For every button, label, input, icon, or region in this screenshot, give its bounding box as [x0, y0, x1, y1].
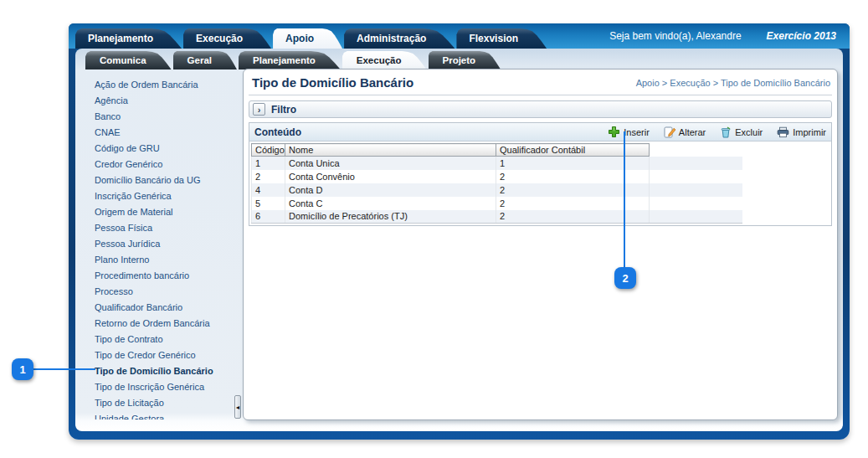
- cell-nome: Domicílio de Precatórios (TJ): [285, 210, 496, 224]
- sidebar-item[interactable]: Unidade Gestora: [75, 411, 243, 419]
- printer-icon: [777, 126, 789, 138]
- main-tab[interactable]: Flexvision: [456, 28, 547, 49]
- column-header-codigo[interactable]: Código: [252, 144, 285, 157]
- delete-button[interactable]: Excluir: [720, 126, 763, 138]
- top-navigation-bar: Planejamento Execução Apoio Administraçã…: [69, 23, 850, 49]
- sidebar-menu: Ação de Ordem Bancária Agência Banco CNA…: [75, 70, 243, 419]
- sidebar-item[interactable]: Tipo de Licitação: [75, 395, 243, 411]
- cell-empty: [650, 197, 742, 210]
- cell-empty: [650, 157, 742, 170]
- sidebar-item[interactable]: Banco: [75, 109, 243, 125]
- sidebar-item[interactable]: Pessoa Física: [75, 220, 243, 236]
- cell-nome: Conta C: [285, 197, 496, 210]
- table-row[interactable]: 6 Domicílio de Precatórios (TJ) 2: [252, 210, 742, 224]
- application-window: Planejamento Execução Apoio Administraçã…: [69, 23, 850, 440]
- workspace: Comunica Geral Planejamento Execução Pro…: [75, 49, 843, 431]
- column-header-nome[interactable]: Nome: [285, 144, 496, 157]
- sidebar-item-list: Ação de Ordem Bancária Agência Banco CNA…: [75, 77, 243, 419]
- trash-icon: [720, 126, 732, 138]
- cell-nome: Conta D: [285, 183, 496, 197]
- sub-tab[interactable]: Projeto: [429, 51, 501, 69]
- sub-tab-bar: Comunica Geral Planejamento Execução Pro…: [85, 51, 502, 69]
- cell-qualificador: 1: [496, 157, 650, 170]
- sidebar-item[interactable]: Tipo de Inscrição Genérica: [75, 379, 243, 395]
- main-tab[interactable]: Apoio: [273, 28, 342, 49]
- table-row[interactable]: 5 Conta C 2: [252, 197, 742, 210]
- table-row[interactable]: 2 Conta Convênio 2: [252, 170, 742, 183]
- cell-codigo: 4: [252, 183, 285, 197]
- main-tab[interactable]: Planejamento: [75, 28, 182, 49]
- cell-empty: [650, 170, 742, 183]
- session-info: Seja bem vindo(a), Alexandre Exercício 2…: [609, 30, 836, 42]
- sidebar-collapse-handle[interactable]: ◄: [234, 395, 241, 419]
- table-header-row: Código Nome Qualificador Contábil: [252, 144, 742, 157]
- record-toolbar: Inserir Alterar: [608, 126, 826, 138]
- main-tab[interactable]: Execução: [183, 28, 271, 49]
- sidebar-item[interactable]: Origem de Material: [75, 204, 243, 220]
- sidebar-item[interactable]: Pessoa Jurídica: [75, 236, 243, 252]
- sidebar-item[interactable]: Procedimento bancário: [75, 268, 243, 284]
- insert-button-label: Inserir: [624, 127, 650, 137]
- main-tab-bar: Planejamento Execução Apoio Administraçã…: [75, 28, 548, 49]
- cell-nome: Conta Convênio: [285, 170, 496, 183]
- callout-2-line: [624, 131, 625, 268]
- edit-button[interactable]: Alterar: [664, 126, 706, 138]
- breadcrumb: Apoio > Execução > Tipo de Domicílio Ban…: [636, 78, 830, 90]
- cell-empty: [650, 183, 742, 197]
- cell-codigo: 2: [252, 170, 285, 183]
- plus-icon: [608, 126, 620, 138]
- main-tab[interactable]: Administração: [344, 28, 455, 49]
- page-header: Tipo de Domicílio Bancário Apoio > Execu…: [249, 69, 832, 95]
- cell-empty: [650, 210, 742, 224]
- cell-codigo: 6: [252, 210, 285, 224]
- content-section-header: Conteúdo Inserir: [249, 123, 831, 142]
- edit-button-label: Alterar: [679, 127, 706, 137]
- sidebar-item[interactable]: Plano Interno: [75, 252, 243, 268]
- page-title: Tipo de Domicílio Bancário: [252, 75, 413, 90]
- sidebar-item[interactable]: Processo: [75, 284, 243, 300]
- sidebar-item[interactable]: Tipo de Contrato: [75, 332, 243, 347]
- sidebar-item[interactable]: Domicílio Bancário da UG: [75, 172, 243, 188]
- sidebar-item[interactable]: Qualificador Bancário: [75, 300, 243, 316]
- sidebar-item[interactable]: Inscrição Genérica: [75, 188, 243, 204]
- filter-section-header[interactable]: › Filtro: [249, 100, 832, 118]
- sidebar-item[interactable]: Código de GRU: [75, 141, 243, 157]
- cell-codigo: 5: [252, 197, 285, 210]
- callout-1-line: [33, 368, 95, 370]
- table-row[interactable]: 4 Conta D 2: [252, 183, 742, 197]
- collapse-arrow-icon: ◄: [235, 404, 241, 410]
- sidebar-item[interactable]: Agência: [75, 93, 243, 109]
- cell-qualificador: 2: [496, 183, 650, 197]
- sidebar-item[interactable]: Tipo de Domicílio Bancário: [75, 363, 243, 379]
- cell-qualificador: 2: [496, 210, 650, 224]
- cell-nome: Conta Unica: [285, 157, 496, 170]
- expand-filter-button[interactable]: ›: [253, 103, 265, 116]
- sidebar-item[interactable]: Ação de Ordem Bancária: [75, 77, 243, 93]
- sidebar-item[interactable]: CNAE: [75, 125, 243, 141]
- sidebar-item[interactable]: Retorno de Ordem Bancária: [75, 316, 243, 332]
- sub-tab[interactable]: Comunica: [85, 51, 172, 69]
- cell-qualificador: 2: [496, 170, 650, 183]
- sidebar-item[interactable]: Credor Genérico: [75, 157, 243, 172]
- sidebar-item[interactable]: Tipo de Credor Genérico: [75, 347, 243, 363]
- content-panel: Tipo de Domicílio Bancário Apoio > Execu…: [243, 69, 838, 420]
- print-button[interactable]: Imprimir: [777, 126, 826, 138]
- column-header-qualificador[interactable]: Qualificador Contábil: [496, 144, 650, 157]
- exercise-year-label: Exercício 2013: [767, 30, 836, 42]
- sub-tab[interactable]: Geral: [173, 51, 237, 69]
- table-body: 1 Conta Unica 1 2 Conta Convênio 2: [252, 157, 742, 224]
- callout-2-badge: 2: [614, 267, 636, 289]
- sub-tab[interactable]: Planejamento: [239, 51, 341, 69]
- callout-1-badge: 1: [12, 358, 33, 380]
- cell-qualificador: 2: [496, 197, 650, 210]
- content-section: Conteúdo Inserir: [249, 122, 832, 226]
- print-button-label: Imprimir: [793, 127, 826, 137]
- insert-button[interactable]: Inserir: [608, 126, 650, 138]
- welcome-text: Seja bem vindo(a), Alexandre: [609, 30, 741, 42]
- edit-pencil-icon: [664, 126, 675, 138]
- sub-tab[interactable]: Execução: [342, 51, 427, 69]
- filter-label: Filtro: [271, 104, 296, 116]
- delete-button-label: Excluir: [735, 127, 763, 137]
- table-row[interactable]: 1 Conta Unica 1: [252, 157, 742, 170]
- cell-codigo: 1: [252, 157, 285, 170]
